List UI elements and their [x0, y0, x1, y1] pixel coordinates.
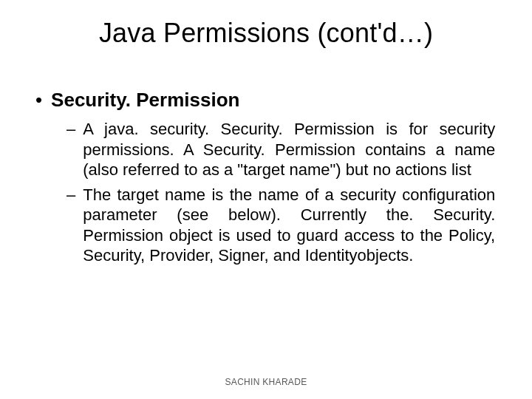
bullet-level-2: – A java. security. Security. Permission…: [66, 119, 497, 180]
bullet-dot-icon: •: [35, 90, 42, 109]
bullet-level-1: • Security. Permission: [35, 89, 497, 112]
paragraph-1: A java. security. Security. Permission i…: [83, 119, 495, 180]
slide-footer: SACHIN KHARADE: [0, 377, 532, 387]
slide: Java Permissions (cont'd…) • Security. P…: [0, 0, 532, 399]
bullet-dash-icon: –: [66, 119, 75, 140]
section-heading: Security. Permission: [51, 89, 239, 112]
slide-title: Java Permissions (cont'd…): [30, 18, 502, 49]
slide-content: • Security. Permission – A java. securit…: [30, 89, 502, 266]
bullet-dash-icon: –: [66, 185, 75, 205]
paragraph-2: The target name is the name of a securit…: [83, 185, 495, 266]
bullet-level-2: – The target name is the name of a secur…: [66, 185, 497, 266]
